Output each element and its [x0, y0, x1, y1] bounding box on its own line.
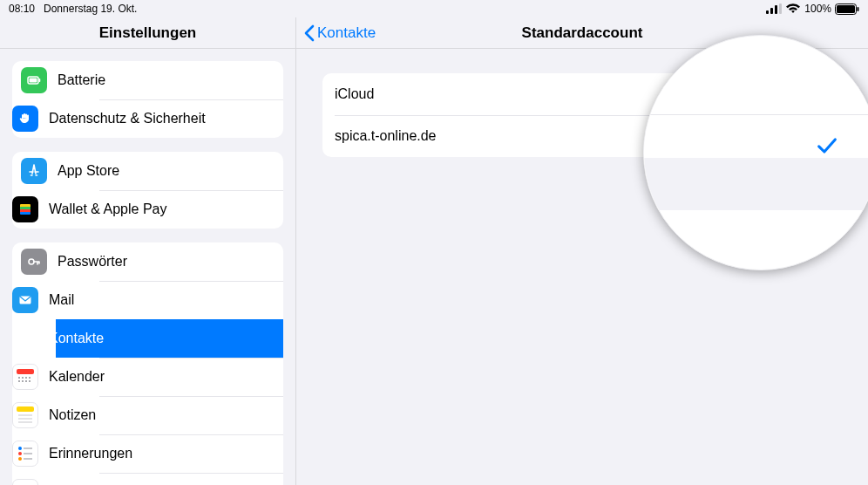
back-button[interactable]: Kontakte	[296, 24, 376, 42]
svg-rect-5	[837, 5, 855, 13]
sidebar-item-datenschutz[interactable]: Datenschutz & Sicherheit	[56, 99, 283, 138]
battery-icon	[835, 3, 859, 15]
sidebar-title: Einstellungen	[0, 17, 295, 49]
sidebar-item-label: Erinnerungen	[49, 446, 132, 461]
sidebar-item-label: Kalender	[49, 369, 105, 385]
sidebar-item-notizen[interactable]: Notizen	[56, 396, 283, 434]
checkmark-icon	[814, 128, 830, 144]
svg-point-32	[18, 457, 22, 461]
svg-rect-6	[858, 7, 859, 11]
svg-rect-13	[20, 212, 31, 215]
sidebar-item-label: App Store	[58, 163, 119, 179]
svg-rect-9	[30, 79, 37, 83]
sidebar-item-label: Passwörter	[58, 254, 127, 270]
sidebar-item-freeform[interactable]: Freeform	[56, 473, 283, 485]
sidebar-item-erinnerungen[interactable]: Erinnerungen	[56, 434, 283, 473]
appstore-icon	[21, 158, 47, 184]
account-row-icloud[interactable]: iCloud	[322, 73, 842, 115]
svg-point-16	[23, 334, 28, 339]
sidebar-item-label: Batterie	[58, 72, 105, 88]
battery-percent: 100%	[804, 3, 831, 15]
sidebar-group: Passwörter Mail Kontakte	[12, 242, 283, 485]
chevron-left-icon	[303, 24, 315, 42]
sidebar-item-appstore[interactable]: App Store	[12, 152, 283, 190]
calendar-icon	[12, 364, 38, 390]
svg-point-23	[22, 380, 24, 382]
svg-rect-3	[779, 3, 782, 14]
status-date: Donnerstag 19. Okt.	[44, 3, 137, 15]
status-bar: 08:10 Donnerstag 19. Okt. 100%	[0, 0, 868, 17]
notes-icon	[12, 402, 38, 428]
battery-icon	[21, 67, 47, 93]
account-label: spica.t-online.de	[335, 128, 437, 144]
sidebar-item-label: Kontakte	[49, 331, 104, 346]
svg-rect-17	[17, 369, 34, 374]
settings-sidebar: Einstellungen Batterie Datenschutz &	[0, 17, 296, 485]
sidebar-item-label: Mail	[49, 292, 74, 308]
sidebar-item-mail[interactable]: Mail	[56, 281, 283, 319]
svg-rect-1	[770, 8, 773, 14]
sidebar-item-batterie[interactable]: Batterie	[12, 61, 283, 99]
svg-point-19	[22, 377, 24, 379]
svg-rect-0	[766, 10, 769, 14]
sidebar-item-label: Datenschutz & Sicherheit	[49, 111, 206, 126]
sidebar-group: Batterie Datenschutz & Sicherheit	[12, 61, 283, 138]
detail-panel: Kontakte Standardaccount iCloud spica.t-…	[296, 17, 868, 485]
account-row-spica[interactable]: spica.t-online.de	[322, 115, 842, 157]
svg-rect-26	[17, 406, 34, 412]
hand-icon	[12, 106, 38, 132]
freeform-icon	[12, 479, 38, 485]
sidebar-item-passwoerter[interactable]: Passwörter	[12, 242, 283, 281]
account-label: iCloud	[335, 86, 374, 102]
svg-point-30	[18, 447, 22, 450]
sidebar-item-label: Wallet & Apple Pay	[49, 202, 166, 217]
sidebar-item-wallet[interactable]: Wallet & Apple Pay	[56, 190, 283, 229]
contacts-icon	[12, 325, 38, 352]
svg-rect-2	[775, 5, 777, 14]
detail-title: Standardaccount	[522, 24, 643, 42]
svg-point-22	[18, 380, 20, 382]
wifi-icon	[785, 3, 801, 14]
reminders-icon	[12, 441, 38, 467]
back-label: Kontakte	[317, 24, 376, 42]
key-icon	[21, 249, 47, 275]
svg-point-18	[18, 377, 20, 379]
svg-point-31	[18, 452, 22, 455]
sidebar-item-kalender[interactable]: Kalender	[56, 358, 283, 396]
cellular-icon	[766, 3, 782, 14]
sidebar-group: App Store Wallet & Apple Pay	[12, 152, 283, 229]
svg-point-25	[29, 380, 31, 382]
sidebar-item-kontakte[interactable]: Kontakte	[56, 319, 283, 358]
sidebar-item-label: Notizen	[49, 407, 96, 423]
svg-point-21	[29, 377, 31, 379]
status-time: 08:10	[9, 3, 35, 15]
svg-rect-8	[39, 79, 41, 82]
wallet-icon	[12, 196, 38, 222]
mail-icon	[12, 287, 38, 313]
svg-point-14	[29, 259, 34, 264]
svg-point-24	[25, 380, 27, 382]
account-list: iCloud spica.t-online.de	[322, 73, 842, 157]
svg-point-20	[25, 377, 27, 379]
detail-header: Kontakte Standardaccount	[296, 17, 868, 49]
